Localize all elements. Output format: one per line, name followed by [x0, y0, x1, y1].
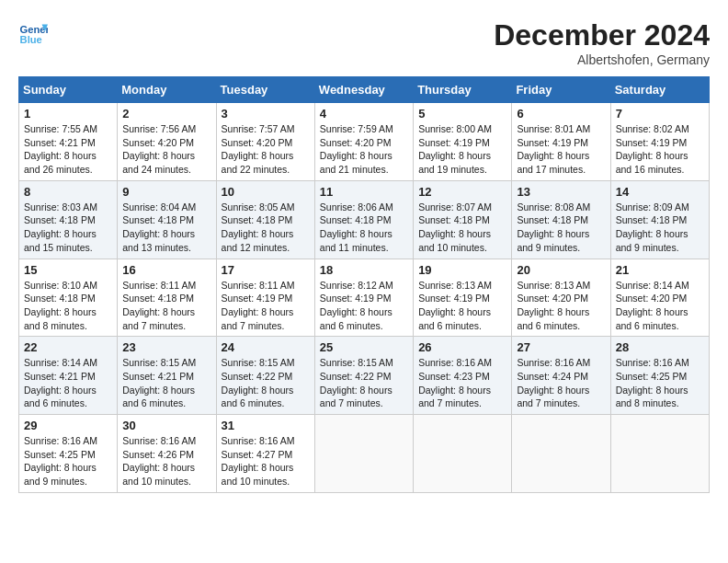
table-row: 19 Sunrise: 8:13 AMSunset: 4:19 PMDaylig… — [414, 259, 512, 337]
day-info: Sunrise: 8:05 AMSunset: 4:18 PMDaylight:… — [222, 201, 310, 255]
day-info: Sunrise: 8:16 AMSunset: 4:23 PMDaylight:… — [418, 356, 506, 410]
logo-icon: General Blue — [18, 18, 48, 48]
table-row: 11 Sunrise: 8:06 AMSunset: 4:18 PMDaylig… — [314, 180, 413, 259]
table-row: 25 Sunrise: 8:15 AMSunset: 4:22 PMDaylig… — [314, 337, 413, 415]
day-number: 25 — [320, 340, 408, 354]
table-row: 16 Sunrise: 8:11 AMSunset: 4:18 PMDaylig… — [118, 259, 216, 337]
day-number: 15 — [24, 263, 112, 277]
day-info: Sunrise: 8:06 AMSunset: 4:18 PMDaylight:… — [320, 201, 408, 255]
day-number: 27 — [517, 340, 605, 354]
location: Albertshofen, Germany — [494, 52, 710, 67]
month-title: December 2024 — [494, 18, 710, 52]
day-number: 11 — [320, 185, 408, 199]
day-number: 7 — [616, 107, 704, 121]
day-number: 12 — [418, 185, 506, 199]
day-info: Sunrise: 7:56 AMSunset: 4:20 PMDaylight:… — [122, 122, 210, 177]
table-row: 22 Sunrise: 8:14 AMSunset: 4:21 PMDaylig… — [19, 337, 118, 415]
table-row: 27 Sunrise: 8:16 AMSunset: 4:24 PMDaylig… — [512, 337, 610, 415]
day-number: 23 — [122, 340, 210, 354]
table-row: 7 Sunrise: 8:02 AMSunset: 4:19 PMDayligh… — [610, 103, 709, 181]
day-number: 3 — [222, 107, 310, 121]
table-row: 17 Sunrise: 8:11 AMSunset: 4:19 PMDaylig… — [216, 259, 314, 337]
day-number: 22 — [24, 340, 112, 354]
table-row — [414, 415, 512, 493]
day-info: Sunrise: 7:55 AMSunset: 4:21 PMDaylight:… — [24, 122, 112, 177]
table-row: 2 Sunrise: 7:56 AMSunset: 4:20 PMDayligh… — [118, 103, 216, 181]
calendar-header-row: Sunday Monday Tuesday Wednesday Thursday… — [19, 77, 710, 103]
day-number: 21 — [616, 263, 704, 277]
table-row: 9 Sunrise: 8:04 AMSunset: 4:18 PMDayligh… — [118, 180, 216, 259]
title-block: December 2024 Albertshofen, Germany — [494, 18, 710, 67]
day-info: Sunrise: 8:11 AMSunset: 4:18 PMDaylight:… — [122, 279, 210, 333]
day-info: Sunrise: 8:09 AMSunset: 4:18 PMDaylight:… — [616, 201, 704, 255]
header-thursday: Thursday — [414, 77, 512, 103]
day-number: 20 — [517, 263, 605, 277]
day-info: Sunrise: 8:15 AMSunset: 4:21 PMDaylight:… — [122, 356, 210, 410]
table-row: 18 Sunrise: 8:12 AMSunset: 4:19 PMDaylig… — [314, 259, 413, 337]
day-number: 19 — [418, 263, 506, 277]
calendar-table: Sunday Monday Tuesday Wednesday Thursday… — [18, 76, 710, 493]
day-number: 24 — [222, 340, 310, 354]
day-number: 2 — [122, 107, 210, 121]
day-info: Sunrise: 8:16 AMSunset: 4:25 PMDaylight:… — [24, 434, 112, 488]
day-number: 16 — [122, 263, 210, 277]
calendar-week-row: 22 Sunrise: 8:14 AMSunset: 4:21 PMDaylig… — [19, 337, 710, 415]
day-info: Sunrise: 8:15 AMSunset: 4:22 PMDaylight:… — [320, 356, 408, 410]
day-info: Sunrise: 8:14 AMSunset: 4:21 PMDaylight:… — [24, 356, 112, 410]
header-monday: Monday — [118, 77, 216, 103]
day-info: Sunrise: 8:00 AMSunset: 4:19 PMDaylight:… — [418, 122, 506, 177]
day-number: 9 — [122, 185, 210, 199]
header-wednesday: Wednesday — [314, 77, 413, 103]
table-row — [314, 415, 413, 493]
table-row — [512, 415, 610, 493]
calendar-week-row: 1 Sunrise: 7:55 AMSunset: 4:21 PMDayligh… — [19, 103, 710, 181]
table-row — [610, 415, 709, 493]
day-number: 28 — [616, 340, 704, 354]
table-row: 4 Sunrise: 7:59 AMSunset: 4:20 PMDayligh… — [314, 103, 413, 181]
table-row: 24 Sunrise: 8:15 AMSunset: 4:22 PMDaylig… — [216, 337, 314, 415]
day-info: Sunrise: 8:12 AMSunset: 4:19 PMDaylight:… — [320, 279, 408, 333]
day-info: Sunrise: 8:10 AMSunset: 4:18 PMDaylight:… — [24, 279, 112, 333]
logo: General Blue — [18, 18, 48, 48]
table-row: 10 Sunrise: 8:05 AMSunset: 4:18 PMDaylig… — [216, 180, 314, 259]
day-info: Sunrise: 8:16 AMSunset: 4:27 PMDaylight:… — [222, 434, 310, 488]
table-row: 5 Sunrise: 8:00 AMSunset: 4:19 PMDayligh… — [414, 103, 512, 181]
calendar-week-row: 29 Sunrise: 8:16 AMSunset: 4:25 PMDaylig… — [19, 415, 710, 493]
table-row: 1 Sunrise: 7:55 AMSunset: 4:21 PMDayligh… — [19, 103, 118, 181]
table-row: 23 Sunrise: 8:15 AMSunset: 4:21 PMDaylig… — [118, 337, 216, 415]
day-number: 14 — [616, 185, 704, 199]
day-info: Sunrise: 8:16 AMSunset: 4:25 PMDaylight:… — [616, 356, 704, 410]
table-row: 12 Sunrise: 8:07 AMSunset: 4:18 PMDaylig… — [414, 180, 512, 259]
day-number: 5 — [418, 107, 506, 121]
table-row: 14 Sunrise: 8:09 AMSunset: 4:18 PMDaylig… — [610, 180, 709, 259]
day-info: Sunrise: 8:13 AMSunset: 4:19 PMDaylight:… — [418, 279, 506, 333]
day-info: Sunrise: 8:16 AMSunset: 4:26 PMDaylight:… — [122, 434, 210, 488]
table-row: 26 Sunrise: 8:16 AMSunset: 4:23 PMDaylig… — [414, 337, 512, 415]
header-tuesday: Tuesday — [216, 77, 314, 103]
table-row: 8 Sunrise: 8:03 AMSunset: 4:18 PMDayligh… — [19, 180, 118, 259]
day-number: 30 — [122, 419, 210, 432]
day-number: 26 — [418, 340, 506, 354]
table-row: 31 Sunrise: 8:16 AMSunset: 4:27 PMDaylig… — [216, 415, 314, 493]
table-row: 29 Sunrise: 8:16 AMSunset: 4:25 PMDaylig… — [19, 415, 118, 493]
svg-text:Blue: Blue — [20, 34, 42, 45]
day-info: Sunrise: 8:16 AMSunset: 4:24 PMDaylight:… — [517, 356, 605, 410]
day-number: 6 — [517, 107, 605, 121]
day-number: 8 — [24, 185, 112, 199]
header-sunday: Sunday — [19, 77, 118, 103]
day-number: 4 — [320, 107, 408, 121]
calendar-week-row: 15 Sunrise: 8:10 AMSunset: 4:18 PMDaylig… — [19, 259, 710, 337]
table-row: 15 Sunrise: 8:10 AMSunset: 4:18 PMDaylig… — [19, 259, 118, 337]
day-info: Sunrise: 8:08 AMSunset: 4:18 PMDaylight:… — [517, 201, 605, 255]
table-row: 3 Sunrise: 7:57 AMSunset: 4:20 PMDayligh… — [216, 103, 314, 181]
table-row: 21 Sunrise: 8:14 AMSunset: 4:20 PMDaylig… — [610, 259, 709, 337]
day-info: Sunrise: 8:07 AMSunset: 4:18 PMDaylight:… — [418, 201, 506, 255]
table-row: 6 Sunrise: 8:01 AMSunset: 4:19 PMDayligh… — [512, 103, 610, 181]
day-number: 13 — [517, 185, 605, 199]
day-info: Sunrise: 8:04 AMSunset: 4:18 PMDaylight:… — [122, 201, 210, 255]
day-info: Sunrise: 7:57 AMSunset: 4:20 PMDaylight:… — [222, 122, 310, 177]
day-number: 17 — [222, 263, 310, 277]
day-number: 18 — [320, 263, 408, 277]
day-info: Sunrise: 8:02 AMSunset: 4:19 PMDaylight:… — [616, 122, 704, 177]
day-info: Sunrise: 8:15 AMSunset: 4:22 PMDaylight:… — [222, 356, 310, 410]
